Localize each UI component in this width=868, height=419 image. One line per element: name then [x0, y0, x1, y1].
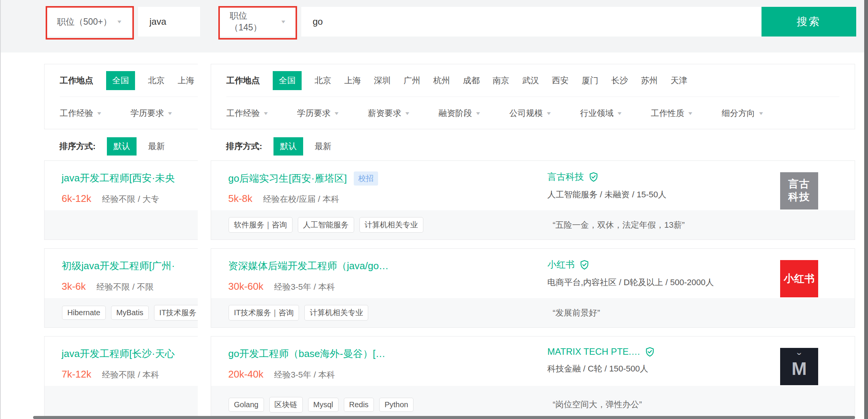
search-input-go[interactable]: go: [301, 7, 761, 37]
campus-hire-badge: 校招: [354, 171, 378, 186]
filter-subdivision[interactable]: 细分方向▼: [722, 108, 764, 119]
job-card[interactable]: java开发工程师[西安·未央 6k-12k 经验不限 / 大专: [44, 160, 198, 240]
filter-job-nature[interactable]: 工作性质▼: [651, 108, 693, 119]
company-block: 言古科技 人工智能服务 / 未融资 / 15-50人: [547, 171, 666, 200]
job-tag: Redis: [344, 398, 374, 412]
company-name[interactable]: 言古科技: [547, 171, 666, 183]
job-tag: Mysql: [308, 398, 339, 412]
chevron-down-icon: ▼: [167, 111, 173, 116]
company-name[interactable]: 小红书: [547, 259, 714, 271]
job-title[interactable]: go开发工程师（base海外-曼谷）[…: [228, 347, 385, 360]
city-item[interactable]: 武汉: [522, 75, 539, 86]
filter-company-size[interactable]: 公司规模▼: [509, 108, 552, 119]
city-item[interactable]: 广州: [404, 75, 420, 86]
company-meta: 电商平台,内容社区 / D轮及以上 / 500-2000人: [547, 277, 714, 288]
filter-education[interactable]: 学历要求▼: [297, 108, 340, 119]
job-title[interactable]: 初级java开发工程师[广州·: [62, 259, 175, 273]
job-card[interactable]: 资深媒体后端开发工程师（java/go… 30k-60k 经验3-5年 / 本科…: [211, 248, 855, 328]
company-block: MATRIX TECH PTE.… 科技金融 / C轮 / 150-500人: [547, 346, 655, 375]
job-tag: 软件服务｜咨询: [229, 217, 293, 233]
company-name[interactable]: MATRIX TECH PTE.…: [547, 346, 655, 357]
sort-default[interactable]: 默认: [107, 137, 137, 156]
job-salary: 5k-8k: [228, 193, 253, 205]
search-button[interactable]: 搜索: [761, 7, 856, 37]
city-all-selected[interactable]: 全国: [106, 71, 135, 90]
company-meta: 人工智能服务 / 未融资 / 15-50人: [547, 189, 666, 200]
job-tag: Golang: [229, 398, 264, 412]
job-meta: 经验不限 / 本科: [102, 369, 159, 381]
city-item[interactable]: 成都: [463, 75, 480, 86]
city-item[interactable]: 西安: [552, 75, 569, 86]
verified-shield-icon: [645, 347, 655, 357]
job-title[interactable]: go后端实习生[西安·雁塔区]: [228, 172, 347, 185]
job-tag: IT技术服务｜咨询: [229, 305, 299, 321]
sort-label: 排序方式:: [59, 141, 95, 152]
city-item[interactable]: 苏州: [641, 75, 658, 86]
company-logo-matrix[interactable]: ˇ M: [780, 348, 818, 385]
vertical-scrollbar[interactable]: [864, 0, 868, 419]
city-item[interactable]: 长沙: [611, 75, 628, 86]
company-quote: “五险一金，双休，法定年假，13薪”: [553, 219, 685, 231]
company-logo-yangu[interactable]: 言古 科技: [780, 172, 818, 210]
filter-education[interactable]: 学历要求▼: [130, 108, 173, 119]
verified-shield-icon: [588, 172, 599, 182]
sort-newest[interactable]: 最新: [148, 141, 165, 152]
location-filter-row: 工作地点 全国 北京 上海 深圳 广州 杭州 成都 南京 武汉 西安 厦门 长沙…: [211, 64, 855, 97]
job-tag: 区块链: [269, 397, 303, 413]
job-salary: 3k-6k: [62, 281, 86, 292]
company-logo-xiaohongshu[interactable]: 小红书: [780, 260, 818, 297]
job-title[interactable]: 资深媒体后端开发工程师（java/go…: [228, 259, 389, 273]
city-item[interactable]: 北京: [148, 75, 165, 86]
category-select-left-label: 职位（500+）: [57, 16, 112, 28]
chevron-down-icon: ▼: [475, 111, 482, 116]
job-tag: Hibernate: [62, 306, 106, 320]
dropdown-filter-row: 工作经验▼ 学历要求▼ 薪资要求▼ 融资阶段▼ 公司规模▼ 行业领域▼ 工作性质…: [211, 97, 855, 129]
job-title[interactable]: java开发工程师[长沙·天心: [62, 347, 175, 360]
job-card[interactable]: 初级java开发工程师[广州· 3k-6k 经验不限 / 不限 Hibernat…: [44, 248, 198, 328]
location-filter-row: 工作地点 全国 北京 上海 深圳: [45, 64, 198, 97]
job-search-compare-page: 职位（500+） ▼ java 职位（145） ▼ go 搜索 工作地点 全国 …: [0, 0, 868, 419]
filter-industry[interactable]: 行业领域▼: [580, 108, 623, 119]
chevron-down-icon: ▼: [334, 111, 340, 116]
city-item[interactable]: 杭州: [433, 75, 450, 86]
city-item[interactable]: 北京: [315, 75, 331, 86]
job-card[interactable]: go开发工程师（base海外-曼谷）[… 20k-40k 经验3-5年 / 本科…: [211, 336, 855, 419]
sort-default[interactable]: 默认: [273, 137, 303, 156]
category-select-right[interactable]: 职位（145） ▼: [220, 7, 296, 37]
city-item[interactable]: 上海: [178, 75, 194, 86]
job-tag: IT技术服务｜咨询: [154, 305, 198, 321]
job-meta: 经验在校/应届 / 本科: [263, 194, 339, 205]
results-panel-go: 工作地点 全国 北京 上海 深圳 广州 杭州 成都 南京 武汉 西安 厦门 长沙…: [211, 64, 855, 419]
job-meta: 经验不限 / 不限: [97, 281, 154, 293]
filter-experience[interactable]: 工作经验▼: [60, 108, 102, 119]
job-salary: 30k-60k: [228, 281, 264, 292]
horizontal-scrollbar[interactable]: [33, 416, 855, 419]
verified-shield-icon: [579, 260, 590, 270]
search-input-java[interactable]: java: [138, 7, 200, 37]
category-select-left[interactable]: 职位（500+） ▼: [47, 7, 132, 37]
city-item[interactable]: 深圳: [374, 75, 391, 86]
chevron-down-icon: ▼: [617, 111, 623, 116]
city-item[interactable]: 上海: [344, 75, 361, 86]
job-title[interactable]: java开发工程师[西安·未央: [62, 171, 175, 185]
filter-funding-stage[interactable]: 融资阶段▼: [439, 108, 481, 119]
job-card[interactable]: go后端实习生[西安·雁塔区] 校招 5k-8k 经验在校/应届 / 本科 言古…: [211, 160, 855, 240]
filter-experience[interactable]: 工作经验▼: [226, 108, 269, 119]
chevron-down-icon: ▼: [263, 111, 269, 116]
sort-row: 排序方式: 默认 最新: [44, 137, 198, 156]
city-item[interactable]: 天津: [671, 75, 687, 86]
chevron-down-icon: ▼: [404, 111, 411, 116]
filter-salary[interactable]: 薪资要求▼: [368, 108, 410, 119]
job-card[interactable]: java开发工程师[长沙·天心 7k-12k 经验不限 / 本科: [44, 336, 198, 419]
sort-newest[interactable]: 最新: [315, 141, 331, 152]
job-salary: 7k-12k: [62, 368, 91, 380]
sort-row: 排序方式: 默认 最新: [211, 137, 855, 156]
job-card-footer: IT技术服务｜咨询 计算机相关专业 “发展前景好”: [211, 298, 855, 327]
chevron-down-icon: ▼: [96, 111, 103, 116]
city-all-selected[interactable]: 全国: [273, 71, 302, 90]
job-meta: 经验不限 / 大专: [102, 194, 159, 205]
job-meta: 经验3-5年 / 本科: [274, 281, 335, 293]
job-tag: 人工智能服务: [298, 217, 354, 233]
city-item[interactable]: 厦门: [582, 75, 598, 86]
city-item[interactable]: 南京: [493, 75, 509, 86]
